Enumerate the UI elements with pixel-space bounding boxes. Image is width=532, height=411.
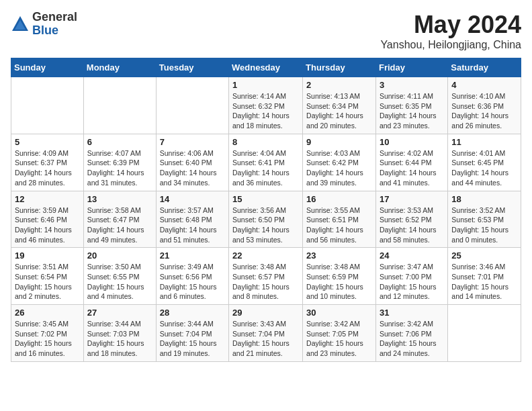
calendar-cell: 28Sunrise: 3:44 AMSunset: 7:04 PMDayligh… (156, 305, 228, 362)
day-number: 12 (15, 194, 80, 204)
day-info: Sunrise: 3:45 AMSunset: 7:02 PMDaylight:… (15, 319, 80, 359)
day-number: 27 (87, 308, 152, 318)
calendar-cell: 21Sunrise: 3:49 AMSunset: 6:56 PMDayligh… (156, 248, 228, 305)
calendar-cell: 7Sunrise: 4:06 AMSunset: 6:40 PMDaylight… (156, 134, 228, 191)
day-number: 10 (380, 137, 444, 147)
calendar-cell: 26Sunrise: 3:45 AMSunset: 7:02 PMDayligh… (11, 305, 84, 362)
weekday-header: Wednesday (229, 58, 303, 77)
weekday-header: Thursday (303, 58, 376, 77)
page-header: General Blue May 2024 Yanshou, Heilongji… (11, 11, 521, 51)
logo-text: General Blue (32, 11, 77, 38)
calendar-week-row: 26Sunrise: 3:45 AMSunset: 7:02 PMDayligh… (11, 305, 521, 362)
day-info: Sunrise: 3:42 AMSunset: 7:06 PMDaylight:… (380, 319, 444, 359)
calendar-cell: 22Sunrise: 3:48 AMSunset: 6:57 PMDayligh… (229, 248, 303, 305)
calendar-cell: 4Sunrise: 4:10 AMSunset: 6:36 PMDaylight… (448, 77, 521, 134)
day-number: 28 (160, 308, 225, 318)
calendar-cell: 11Sunrise: 4:01 AMSunset: 6:45 PMDayligh… (448, 134, 521, 191)
weekday-header: Saturday (448, 58, 521, 77)
day-number: 29 (232, 308, 299, 318)
day-number: 24 (380, 250, 444, 261)
day-number: 20 (87, 250, 152, 261)
day-info: Sunrise: 4:07 AMSunset: 6:39 PMDaylight:… (87, 148, 152, 188)
day-info: Sunrise: 4:02 AMSunset: 6:44 PMDaylight:… (380, 148, 444, 188)
day-info: Sunrise: 3:48 AMSunset: 6:59 PMDaylight:… (306, 262, 372, 302)
day-info: Sunrise: 3:59 AMSunset: 6:46 PMDaylight:… (15, 205, 80, 245)
day-info: Sunrise: 3:53 AMSunset: 6:52 PMDaylight:… (380, 205, 444, 245)
calendar-cell: 9Sunrise: 4:03 AMSunset: 6:42 PMDaylight… (303, 134, 376, 191)
day-number: 23 (306, 250, 372, 261)
weekday-header: Monday (83, 58, 156, 77)
calendar-cell: 5Sunrise: 4:09 AMSunset: 6:37 PMDaylight… (11, 134, 84, 191)
day-info: Sunrise: 4:11 AMSunset: 6:35 PMDaylight:… (380, 91, 444, 131)
day-info: Sunrise: 3:44 AMSunset: 7:04 PMDaylight:… (160, 319, 225, 359)
calendar-table: SundayMondayTuesdayWednesdayThursdayFrid… (11, 58, 521, 362)
day-info: Sunrise: 3:46 AMSunset: 7:01 PMDaylight:… (451, 262, 517, 302)
day-info: Sunrise: 3:50 AMSunset: 6:55 PMDaylight:… (87, 262, 152, 302)
calendar-cell: 25Sunrise: 3:46 AMSunset: 7:01 PMDayligh… (448, 248, 521, 305)
day-info: Sunrise: 3:52 AMSunset: 6:53 PMDaylight:… (451, 205, 517, 245)
title-location: Yanshou, Heilongjiang, China (380, 39, 521, 51)
calendar-cell: 1Sunrise: 4:14 AMSunset: 6:32 PMDaylight… (229, 77, 303, 134)
day-info: Sunrise: 3:58 AMSunset: 6:47 PMDaylight:… (87, 205, 152, 245)
day-number: 7 (160, 137, 225, 147)
day-number: 6 (87, 137, 152, 147)
day-number: 2 (306, 80, 372, 90)
day-number: 31 (380, 308, 444, 318)
logo: General Blue (11, 11, 77, 38)
day-number: 18 (451, 194, 517, 204)
day-number: 30 (306, 308, 372, 318)
day-number: 3 (380, 80, 444, 90)
calendar-cell: 8Sunrise: 4:04 AMSunset: 6:41 PMDaylight… (229, 134, 303, 191)
calendar-cell: 6Sunrise: 4:07 AMSunset: 6:39 PMDaylight… (83, 134, 156, 191)
day-number: 9 (306, 137, 372, 147)
day-number: 21 (160, 250, 225, 261)
day-number: 16 (306, 194, 372, 204)
day-number: 8 (232, 137, 299, 147)
day-number: 26 (15, 308, 80, 318)
calendar-cell (83, 77, 156, 134)
day-info: Sunrise: 3:44 AMSunset: 7:03 PMDaylight:… (87, 319, 152, 359)
calendar-cell: 15Sunrise: 3:56 AMSunset: 6:50 PMDayligh… (229, 191, 303, 248)
calendar-cell: 17Sunrise: 3:53 AMSunset: 6:52 PMDayligh… (375, 191, 447, 248)
day-info: Sunrise: 3:42 AMSunset: 7:05 PMDaylight:… (306, 319, 372, 359)
calendar-week-row: 1Sunrise: 4:14 AMSunset: 6:32 PMDaylight… (11, 77, 521, 134)
day-info: Sunrise: 4:06 AMSunset: 6:40 PMDaylight:… (160, 148, 225, 188)
calendar-cell: 19Sunrise: 3:51 AMSunset: 6:54 PMDayligh… (11, 248, 84, 305)
day-info: Sunrise: 3:56 AMSunset: 6:50 PMDaylight:… (232, 205, 299, 245)
day-number: 11 (451, 137, 517, 147)
calendar-cell: 31Sunrise: 3:42 AMSunset: 7:06 PMDayligh… (375, 305, 447, 362)
day-info: Sunrise: 3:51 AMSunset: 6:54 PMDaylight:… (15, 262, 80, 302)
day-number: 5 (15, 137, 80, 147)
day-number: 13 (87, 194, 152, 204)
day-info: Sunrise: 4:04 AMSunset: 6:41 PMDaylight:… (232, 148, 299, 188)
calendar-week-row: 19Sunrise: 3:51 AMSunset: 6:54 PMDayligh… (11, 248, 521, 305)
title-month: May 2024 (380, 11, 521, 39)
day-number: 25 (451, 250, 517, 261)
calendar-cell: 10Sunrise: 4:02 AMSunset: 6:44 PMDayligh… (375, 134, 447, 191)
calendar-cell: 24Sunrise: 3:47 AMSunset: 7:00 PMDayligh… (375, 248, 447, 305)
calendar-cell: 30Sunrise: 3:42 AMSunset: 7:05 PMDayligh… (303, 305, 376, 362)
calendar-cell: 2Sunrise: 4:13 AMSunset: 6:34 PMDaylight… (303, 77, 376, 134)
day-info: Sunrise: 3:57 AMSunset: 6:48 PMDaylight:… (160, 205, 225, 245)
day-number: 4 (451, 80, 517, 90)
day-info: Sunrise: 4:10 AMSunset: 6:36 PMDaylight:… (451, 91, 517, 131)
weekday-header: Sunday (11, 58, 84, 77)
calendar-cell: 18Sunrise: 3:52 AMSunset: 6:53 PMDayligh… (448, 191, 521, 248)
day-number: 17 (380, 194, 444, 204)
weekday-header: Tuesday (156, 58, 228, 77)
day-info: Sunrise: 3:43 AMSunset: 7:04 PMDaylight:… (232, 319, 299, 359)
calendar-cell: 14Sunrise: 3:57 AMSunset: 6:48 PMDayligh… (156, 191, 228, 248)
calendar-cell: 20Sunrise: 3:50 AMSunset: 6:55 PMDayligh… (83, 248, 156, 305)
calendar-cell: 3Sunrise: 4:11 AMSunset: 6:35 PMDaylight… (375, 77, 447, 134)
day-number: 15 (232, 194, 299, 204)
day-info: Sunrise: 3:55 AMSunset: 6:51 PMDaylight:… (306, 205, 372, 245)
day-info: Sunrise: 4:01 AMSunset: 6:45 PMDaylight:… (451, 148, 517, 188)
day-info: Sunrise: 4:03 AMSunset: 6:42 PMDaylight:… (306, 148, 372, 188)
calendar-cell (448, 305, 521, 362)
calendar-cell: 23Sunrise: 3:48 AMSunset: 6:59 PMDayligh… (303, 248, 376, 305)
day-info: Sunrise: 3:47 AMSunset: 7:00 PMDaylight:… (380, 262, 444, 302)
calendar-cell (11, 77, 84, 134)
logo-icon (11, 15, 30, 34)
day-number: 14 (160, 194, 225, 204)
calendar-cell: 12Sunrise: 3:59 AMSunset: 6:46 PMDayligh… (11, 191, 84, 248)
